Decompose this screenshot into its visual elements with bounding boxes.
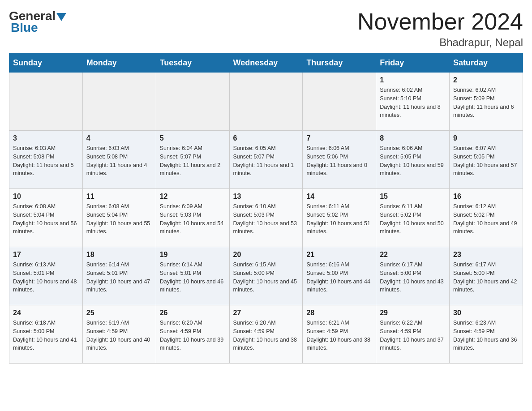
day-info: Sunrise: 6:09 AM Sunset: 5:03 PM Dayligh… [160, 202, 226, 236]
day-number: 29 [380, 309, 446, 317]
day-number: 17 [13, 251, 79, 259]
day-number: 20 [233, 251, 299, 259]
day-number: 13 [233, 193, 299, 201]
day-info: Sunrise: 6:10 AM Sunset: 5:03 PM Dayligh… [233, 202, 299, 236]
calendar-cell: 14Sunrise: 6:11 AM Sunset: 5:02 PM Dayli… [303, 189, 376, 247]
calendar-cell: 4Sunrise: 6:03 AM Sunset: 5:08 PM Daylig… [82, 131, 156, 189]
day-info: Sunrise: 6:02 AM Sunset: 5:09 PM Dayligh… [453, 86, 519, 120]
svg-marker-0 [56, 13, 66, 21]
day-info: Sunrise: 6:20 AM Sunset: 4:59 PM Dayligh… [160, 319, 226, 352]
day-number: 19 [160, 251, 226, 259]
calendar-title: November 2024 [357, 9, 523, 34]
calendar-cell [229, 73, 303, 131]
calendar-cell: 19Sunrise: 6:14 AM Sunset: 5:01 PM Dayli… [156, 247, 229, 305]
day-info: Sunrise: 6:06 AM Sunset: 5:06 PM Dayligh… [306, 144, 372, 178]
calendar-table: SundayMondayTuesdayWednesdayThursdayFrid… [9, 53, 523, 364]
day-number: 2 [453, 76, 519, 84]
day-info: Sunrise: 6:18 AM Sunset: 5:00 PM Dayligh… [13, 319, 79, 352]
calendar-cell: 7Sunrise: 6:06 AM Sunset: 5:06 PM Daylig… [303, 131, 376, 189]
day-number: 6 [233, 134, 299, 142]
calendar-cell: 9Sunrise: 6:07 AM Sunset: 5:05 PM Daylig… [450, 131, 523, 189]
calendar-cell: 2Sunrise: 6:02 AM Sunset: 5:09 PM Daylig… [450, 73, 523, 131]
day-info: Sunrise: 6:03 AM Sunset: 5:08 PM Dayligh… [86, 144, 152, 178]
calendar-cell: 13Sunrise: 6:10 AM Sunset: 5:03 PM Dayli… [229, 189, 303, 247]
day-info: Sunrise: 6:05 AM Sunset: 5:07 PM Dayligh… [233, 144, 299, 178]
day-info: Sunrise: 6:22 AM Sunset: 4:59 PM Dayligh… [380, 319, 446, 352]
day-number: 16 [453, 193, 519, 201]
calendar-cell: 8Sunrise: 6:06 AM Sunset: 5:05 PM Daylig… [376, 131, 450, 189]
day-info: Sunrise: 6:21 AM Sunset: 4:59 PM Dayligh… [306, 319, 372, 352]
calendar-cell: 10Sunrise: 6:08 AM Sunset: 5:04 PM Dayli… [9, 189, 83, 247]
calendar-week-row: 10Sunrise: 6:08 AM Sunset: 5:04 PM Dayli… [9, 189, 523, 247]
day-info: Sunrise: 6:06 AM Sunset: 5:05 PM Dayligh… [380, 144, 446, 178]
calendar-cell: 25Sunrise: 6:19 AM Sunset: 4:59 PM Dayli… [82, 305, 156, 364]
day-info: Sunrise: 6:07 AM Sunset: 5:05 PM Dayligh… [453, 144, 519, 178]
calendar-cell [82, 73, 156, 131]
day-number: 28 [306, 309, 372, 317]
day-info: Sunrise: 6:23 AM Sunset: 4:59 PM Dayligh… [453, 319, 519, 352]
calendar-cell: 20Sunrise: 6:15 AM Sunset: 5:00 PM Dayli… [229, 247, 303, 305]
calendar-week-row: 1Sunrise: 6:02 AM Sunset: 5:10 PM Daylig… [9, 73, 523, 131]
calendar-cell: 27Sunrise: 6:20 AM Sunset: 4:59 PM Dayli… [229, 305, 303, 364]
col-header-thursday: Thursday [303, 54, 376, 73]
day-number: 15 [380, 193, 446, 201]
col-header-sunday: Sunday [9, 54, 83, 73]
day-info: Sunrise: 6:20 AM Sunset: 4:59 PM Dayligh… [233, 319, 299, 352]
day-info: Sunrise: 6:04 AM Sunset: 5:07 PM Dayligh… [160, 144, 226, 178]
day-number: 10 [13, 193, 79, 201]
page-header: General Blue November 2024 Bhadrapur, Ne… [9, 9, 523, 49]
day-info: Sunrise: 6:15 AM Sunset: 5:00 PM Dayligh… [233, 261, 299, 294]
calendar-cell: 28Sunrise: 6:21 AM Sunset: 4:59 PM Dayli… [303, 305, 376, 364]
col-header-tuesday: Tuesday [156, 54, 229, 73]
calendar-cell [9, 73, 83, 131]
day-number: 11 [86, 193, 152, 201]
calendar-week-row: 17Sunrise: 6:13 AM Sunset: 5:01 PM Dayli… [9, 247, 523, 305]
calendar-cell [303, 73, 376, 131]
day-number: 22 [380, 251, 446, 259]
calendar-cell: 3Sunrise: 6:03 AM Sunset: 5:08 PM Daylig… [9, 131, 83, 189]
calendar-cell: 26Sunrise: 6:20 AM Sunset: 4:59 PM Dayli… [156, 305, 229, 364]
day-info: Sunrise: 6:17 AM Sunset: 5:00 PM Dayligh… [453, 261, 519, 294]
day-info: Sunrise: 6:03 AM Sunset: 5:08 PM Dayligh… [13, 144, 79, 178]
day-number: 1 [380, 76, 446, 84]
day-number: 18 [86, 251, 152, 259]
day-number: 8 [380, 134, 446, 142]
day-number: 14 [306, 193, 372, 201]
logo: General Blue [9, 9, 66, 35]
col-header-wednesday: Wednesday [229, 54, 303, 73]
day-info: Sunrise: 6:12 AM Sunset: 5:02 PM Dayligh… [453, 202, 519, 236]
day-info: Sunrise: 6:14 AM Sunset: 5:01 PM Dayligh… [160, 261, 226, 294]
title-block: November 2024 Bhadrapur, Nepal [357, 9, 523, 49]
calendar-header-row: SundayMondayTuesdayWednesdayThursdayFrid… [9, 54, 523, 73]
day-number: 23 [453, 251, 519, 259]
day-info: Sunrise: 6:19 AM Sunset: 4:59 PM Dayligh… [86, 319, 152, 352]
calendar-cell: 5Sunrise: 6:04 AM Sunset: 5:07 PM Daylig… [156, 131, 229, 189]
calendar-cell: 23Sunrise: 6:17 AM Sunset: 5:00 PM Dayli… [450, 247, 523, 305]
day-number: 7 [306, 134, 372, 142]
day-number: 3 [13, 134, 79, 142]
day-info: Sunrise: 6:08 AM Sunset: 5:04 PM Dayligh… [13, 202, 79, 236]
logo-triangle-icon [56, 13, 66, 21]
day-number: 21 [306, 251, 372, 259]
calendar-cell: 21Sunrise: 6:16 AM Sunset: 5:00 PM Dayli… [303, 247, 376, 305]
calendar-week-row: 3Sunrise: 6:03 AM Sunset: 5:08 PM Daylig… [9, 131, 523, 189]
day-info: Sunrise: 6:16 AM Sunset: 5:00 PM Dayligh… [306, 261, 372, 294]
col-header-monday: Monday [82, 54, 156, 73]
calendar-cell: 15Sunrise: 6:11 AM Sunset: 5:02 PM Dayli… [376, 189, 450, 247]
calendar-cell: 30Sunrise: 6:23 AM Sunset: 4:59 PM Dayli… [450, 305, 523, 364]
calendar-subtitle: Bhadrapur, Nepal [357, 36, 523, 49]
calendar-week-row: 24Sunrise: 6:18 AM Sunset: 5:00 PM Dayli… [9, 305, 523, 364]
logo-blue: Blue [11, 21, 38, 35]
day-number: 9 [453, 134, 519, 142]
calendar-cell [156, 73, 229, 131]
day-info: Sunrise: 6:13 AM Sunset: 5:01 PM Dayligh… [13, 261, 79, 294]
calendar-cell: 29Sunrise: 6:22 AM Sunset: 4:59 PM Dayli… [376, 305, 450, 364]
day-number: 30 [453, 309, 519, 317]
day-info: Sunrise: 6:17 AM Sunset: 5:00 PM Dayligh… [380, 261, 446, 294]
day-info: Sunrise: 6:02 AM Sunset: 5:10 PM Dayligh… [380, 86, 446, 120]
calendar-cell: 12Sunrise: 6:09 AM Sunset: 5:03 PM Dayli… [156, 189, 229, 247]
day-number: 26 [160, 309, 226, 317]
calendar-cell: 11Sunrise: 6:08 AM Sunset: 5:04 PM Dayli… [82, 189, 156, 247]
day-number: 5 [160, 134, 226, 142]
calendar-cell: 16Sunrise: 6:12 AM Sunset: 5:02 PM Dayli… [450, 189, 523, 247]
